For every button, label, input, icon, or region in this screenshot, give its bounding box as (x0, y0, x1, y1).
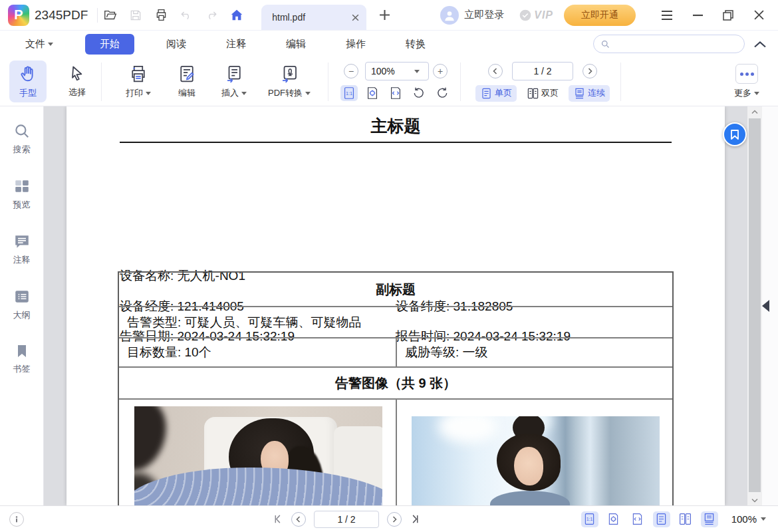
next-page-icon[interactable] (387, 512, 402, 527)
menu-read[interactable]: 阅读 (158, 34, 194, 55)
edit-button[interactable]: 编辑 (168, 61, 205, 102)
sidebar-item-bookmark[interactable]: 书签 (13, 343, 31, 375)
insert-button[interactable]: 插入 (215, 61, 253, 102)
table-subtitle: 副标题 (119, 281, 672, 299)
page-input[interactable] (512, 62, 573, 80)
fit-page-icon[interactable] (364, 85, 381, 101)
hand-tool-button[interactable]: 手型 (9, 61, 47, 102)
single-page-icon[interactable] (653, 511, 670, 527)
table-row-subtitle: 副标题 (119, 273, 672, 306)
table-alarm-type: 告警类型: 可疑人员、可疑车辆、可疑物品 (119, 314, 362, 331)
tab-close-icon[interactable] (351, 13, 360, 22)
prev-page-icon[interactable] (488, 64, 503, 78)
document-canvas[interactable]: 主标题 设备名称: 无人机-NO1 设备经度: 121.414005 设备纬度:… (44, 106, 778, 505)
sidebar-outline-label: 大纲 (13, 309, 31, 321)
sidebar-item-outline[interactable]: 大纲 (13, 288, 31, 321)
restore-icon[interactable] (713, 4, 743, 27)
scroll-down-icon[interactable] (747, 495, 762, 505)
new-tab-icon[interactable] (372, 4, 397, 27)
menu-icon[interactable] (652, 4, 682, 27)
chevron-down-icon (761, 517, 766, 521)
minimize-icon[interactable] (682, 4, 713, 27)
chevron-down-icon (305, 92, 311, 95)
single-page-mode[interactable]: 单页 (475, 85, 517, 102)
scroll-up-icon[interactable] (747, 106, 762, 117)
table-row-count-level: 目标数量: 10个 威胁等级: 一级 (119, 337, 672, 366)
fit-page-icon[interactable] (605, 511, 622, 527)
menu-home[interactable]: 开始 (85, 34, 134, 55)
more-button[interactable]: 更多 (727, 61, 766, 102)
pdf-convert-icon (279, 64, 299, 84)
home-icon[interactable] (224, 4, 249, 27)
collapse-toolbar-icon[interactable] (754, 41, 766, 48)
open-file-icon[interactable] (98, 4, 123, 27)
sidebar-comment-label: 注释 (13, 254, 31, 266)
rotate-right-icon[interactable] (434, 85, 451, 101)
scrollbar-thumb[interactable] (749, 118, 761, 492)
menu-convert[interactable]: 转换 (398, 34, 434, 55)
double-page-icon[interactable] (677, 511, 694, 527)
menu-file[interactable]: 文件 (17, 34, 61, 55)
bookmark-float-button[interactable] (723, 122, 747, 146)
select-tool-button[interactable]: 选择 (59, 61, 96, 102)
upgrade-button[interactable]: 立即开通 (564, 5, 636, 26)
alarm-image-cell-1 (119, 400, 396, 505)
zoom-in-icon[interactable]: + (433, 64, 448, 78)
redo-icon[interactable] (199, 4, 224, 27)
login-button[interactable]: 立即登录 (464, 9, 504, 21)
continuous-mode[interactable]: 连续 (569, 85, 610, 102)
last-page-icon[interactable] (410, 514, 420, 524)
print-icon (128, 64, 148, 84)
avatar[interactable] (440, 6, 459, 25)
fit-width-icon[interactable] (387, 85, 404, 101)
document-tab[interactable]: html.pdf (261, 5, 366, 30)
tab-title: html.pdf (272, 12, 351, 23)
next-page-icon[interactable] (583, 64, 597, 78)
vip-badge[interactable]: VIP (519, 9, 553, 22)
search-box[interactable] (593, 35, 745, 53)
alarm-image-2 (412, 416, 660, 505)
sidebar-item-preview[interactable]: 预览 (13, 178, 31, 211)
sidebar-item-comment[interactable]: 注释 (13, 233, 31, 266)
edit-doc-icon (177, 64, 197, 84)
menu-operate[interactable]: 操作 (338, 34, 374, 55)
statusbar-page-input[interactable] (314, 511, 379, 528)
hand-tool-label: 手型 (19, 87, 37, 99)
menu-comment[interactable]: 注释 (218, 34, 254, 55)
fit-width-icon[interactable] (629, 511, 646, 527)
vertical-scrollbar[interactable] (747, 106, 762, 505)
print-icon[interactable] (148, 4, 174, 27)
menu-edit[interactable]: 编辑 (278, 34, 314, 55)
statusbar-zoom[interactable]: 100% (731, 513, 766, 525)
actual-size-icon[interactable]: 1:1 (581, 511, 598, 527)
continuous-icon (573, 87, 586, 100)
info-icon[interactable] (9, 512, 24, 527)
statusbar-view-controls: 1:1 100% (581, 511, 766, 527)
prev-page-icon[interactable] (291, 512, 306, 527)
first-page-icon[interactable] (273, 514, 283, 524)
svg-text:1:1: 1:1 (586, 517, 593, 521)
undo-icon[interactable] (174, 4, 199, 27)
zoom-dropdown-icon[interactable] (414, 70, 420, 73)
menu-operate-label: 操作 (346, 38, 366, 51)
close-window-icon[interactable] (743, 4, 774, 27)
print-button[interactable]: 打印 (119, 61, 158, 102)
pdf-convert-button[interactable]: PDF转换 (261, 61, 317, 102)
edit-label: 编辑 (178, 87, 195, 99)
zoom-out-icon[interactable]: − (344, 64, 358, 78)
continuous-label: 连续 (588, 87, 605, 99)
pdf-page[interactable]: 主标题 设备名称: 无人机-NO1 设备经度: 121.414005 设备纬度:… (66, 106, 725, 505)
actual-size-icon[interactable]: 1:1 (340, 85, 358, 101)
search-input[interactable] (614, 39, 737, 49)
table-row-alarm-type: 告警类型: 可疑人员、可疑车辆、可疑物品 (119, 306, 672, 337)
continuous-icon[interactable] (701, 511, 718, 527)
rotate-left-icon[interactable] (410, 85, 428, 101)
app-name: 2345PDF (35, 8, 88, 23)
print-label: 打印 (126, 87, 151, 99)
collapse-panel-arrow[interactable] (762, 300, 769, 312)
vip-label: VIP (534, 9, 553, 21)
sidebar-item-search[interactable]: 搜索 (13, 122, 31, 156)
select-tool-label: 选择 (68, 86, 86, 98)
save-icon[interactable] (123, 4, 148, 27)
double-page-mode[interactable]: 双页 (522, 85, 563, 102)
